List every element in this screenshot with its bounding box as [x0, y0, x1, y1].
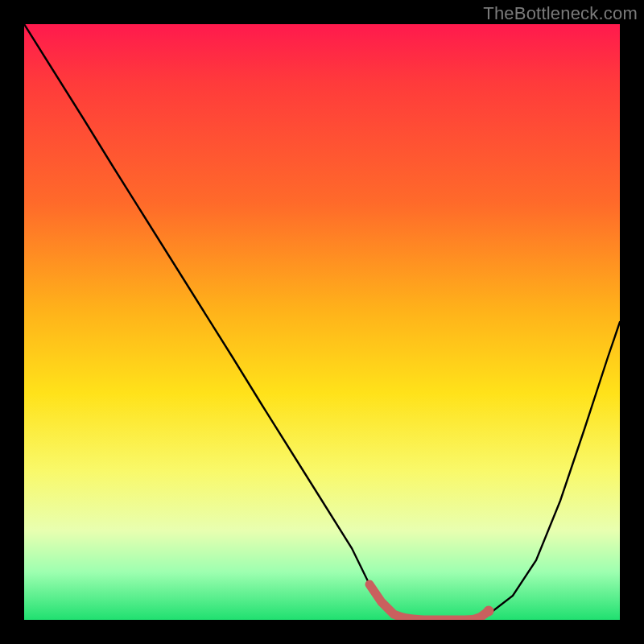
- chart-svg: [24, 24, 620, 620]
- bottleneck-curve-line: [24, 24, 620, 620]
- chart-frame: TheBottleneck.com: [0, 0, 644, 644]
- highlight-end-dot: [484, 606, 494, 617]
- highlight-valley-line: [369, 584, 489, 620]
- chart-plot-area: [24, 24, 620, 620]
- watermark-text: TheBottleneck.com: [483, 3, 638, 24]
